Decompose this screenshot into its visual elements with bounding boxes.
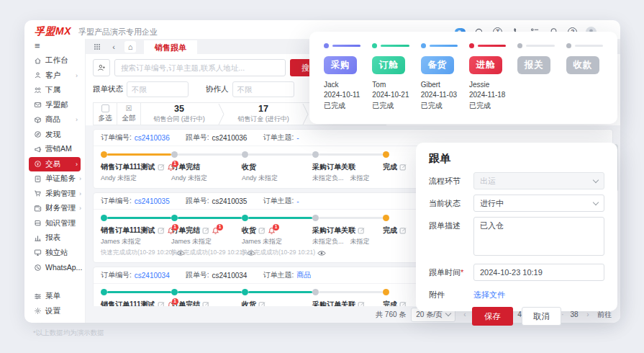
reminder-icon[interactable]: 1 — [167, 164, 175, 171]
stat-sales-contract[interactable]: 35 销售合同 (进行中) — [140, 103, 218, 125]
subject-value[interactable]: - — [296, 197, 299, 205]
sidebar-item-settings[interactable]: 设置 — [29, 304, 81, 319]
reminder-icon[interactable]: 1 — [167, 227, 175, 235]
flow-badge[interactable]: 收款 — [566, 56, 599, 74]
whatsapp-icon — [34, 264, 42, 272]
current-status-select[interactable]: 进行中 — [473, 195, 604, 212]
step: 订单完结 Andy 未指定 — [171, 151, 242, 183]
sidebar-item-discover[interactable]: 发现 — [29, 128, 81, 143]
all-filter[interactable]: ☒ 全部 — [117, 102, 141, 125]
flow-badge[interactable]: 备货 — [421, 56, 454, 74]
reminder-icon[interactable]: 1 — [268, 227, 276, 235]
sidebar-item-menu[interactable]: 菜单 — [29, 289, 81, 304]
attachment-label: 附件 — [429, 286, 473, 300]
chevron-down-icon — [593, 176, 599, 182]
edit-icon[interactable] — [158, 164, 165, 171]
sidebar-item-customers[interactable]: 客户› — [29, 68, 81, 84]
sidebar-item-reports[interactable]: 报表 — [29, 231, 81, 246]
subject-label: 订单主题: — [263, 133, 294, 143]
collaborator-filter-input[interactable] — [232, 81, 294, 97]
follow-up-time-input[interactable] — [473, 264, 604, 281]
order-no-link[interactable]: cs2410034 — [135, 272, 170, 280]
search-input[interactable] — [114, 59, 286, 76]
flow-badge[interactable]: 订舱 — [372, 56, 405, 74]
step-dot — [383, 151, 389, 158]
collaborator-filter-label: 协作人 — [206, 84, 229, 94]
sidebar-item-transactions[interactable]: 交易› — [29, 157, 81, 172]
edit-icon[interactable] — [399, 164, 407, 171]
reminder-icon[interactable]: 1 — [212, 227, 219, 235]
flow-dot — [517, 43, 522, 48]
edit-icon[interactable] — [399, 301, 407, 306]
order-no-link[interactable]: cs2410036 — [135, 134, 170, 142]
sidebar-item-products[interactable]: 商品› — [29, 112, 81, 128]
step-person: Andy 未指定 — [101, 174, 171, 183]
chevron-divider — [302, 103, 309, 125]
sidebar-item-subordinates[interactable]: 下属 — [29, 83, 81, 98]
step-line — [248, 217, 312, 219]
status-filter-input[interactable] — [127, 81, 189, 97]
step-person: 未指定负... 未指定 — [312, 174, 383, 183]
stat-sales-deposit[interactable]: 17 销售订金 (进行中) — [225, 103, 302, 125]
track-no-value: cs2410035 — [212, 197, 248, 205]
description-textarea[interactable]: 已入仓 — [473, 217, 604, 256]
step-person: Andy 未指定 — [242, 174, 312, 183]
order-no-link[interactable]: cs2410035 — [135, 197, 170, 205]
step-line — [178, 291, 242, 293]
sidebar-item-marketing-am[interactable]: 营销AM — [29, 142, 81, 157]
edit-icon[interactable] — [158, 301, 165, 306]
edit-icon[interactable] — [358, 227, 365, 234]
edit-icon[interactable] — [202, 301, 209, 306]
cancel-button[interactable]: 取消 — [522, 307, 561, 326]
sidebar-item-standalone-site[interactable]: 独立站 — [29, 246, 81, 261]
back-icon[interactable]: ‹ — [108, 41, 119, 53]
reminder-icon[interactable]: 1 — [167, 301, 175, 307]
flow-dot — [421, 43, 426, 48]
current-status-label: 当前状态 — [429, 195, 473, 209]
sidebar-item-mail[interactable]: 孚盟邮 — [29, 98, 81, 113]
edit-icon[interactable] — [258, 227, 266, 234]
flow-step-customs: 报关 — [517, 43, 554, 124]
checkbox-x-icon: ☒ — [126, 105, 132, 112]
sliders-icon — [34, 292, 42, 300]
flow-stage-select[interactable]: 出运 — [473, 172, 604, 189]
sidebar-item-finance[interactable]: 财务管理› — [29, 201, 81, 216]
sidebar-item-purchasing[interactable]: 采购管理› — [29, 187, 81, 202]
track-no-value: cs2410034 — [212, 272, 248, 280]
follow-up-time-label: 跟单时间* — [429, 264, 473, 278]
choose-file-link[interactable]: 选择文件 — [473, 286, 505, 300]
flow-stage-label: 流程环节 — [429, 172, 473, 187]
mail-icon — [34, 101, 42, 109]
flow-badge[interactable]: 报关 — [517, 56, 550, 74]
subject-value[interactable]: 商品 — [296, 270, 311, 280]
edit-icon[interactable] — [358, 301, 365, 306]
flow-line — [430, 45, 458, 47]
multi-select-toggle[interactable]: 多选 — [93, 102, 117, 125]
box-icon — [34, 116, 42, 124]
home-tab-icon[interactable]: ⌂ — [124, 41, 136, 53]
sidebar-item-knowledge[interactable]: 知识管理 — [29, 216, 81, 231]
brand-logo: 孚盟MX — [35, 25, 71, 38]
collapse-menu-icon[interactable]: ≡ — [35, 41, 81, 51]
sidebar-item-whatsapp[interactable]: WhatsAp...› — [29, 260, 81, 275]
apps-grid-icon[interactable] — [91, 41, 103, 53]
save-button[interactable]: 保存 — [472, 307, 513, 326]
total-count: 共 760 条 — [376, 310, 406, 320]
multi-select-checkbox[interactable] — [101, 104, 109, 112]
edit-icon[interactable] — [399, 227, 407, 234]
edit-icon[interactable] — [258, 301, 266, 306]
flow-badge[interactable]: 进舱 — [469, 56, 502, 74]
step-dot — [242, 151, 248, 158]
step-dot — [171, 289, 178, 295]
person-filter-button[interactable] — [93, 59, 110, 76]
subject-value[interactable]: - — [296, 134, 299, 142]
sidebar-item-workbench[interactable]: 工作台 — [29, 53, 81, 68]
edit-icon[interactable] — [158, 227, 165, 234]
edit-icon[interactable] — [202, 227, 209, 234]
flow-badge[interactable]: 采购 — [324, 56, 357, 74]
sidebar-item-documents-shipping[interactable]: 单证船务› — [29, 171, 81, 187]
tab-sales-tracking[interactable]: 销售跟单 — [144, 40, 197, 54]
follow-up-modal: 跟单 流程环节 出运 当前状态 进行中 跟单描述 已入仓 跟单时间* — [416, 143, 617, 311]
step-line — [178, 217, 242, 219]
step: 订单完结 1 James 未指定 快速完成成功(10-29 10:21) — [171, 215, 242, 257]
